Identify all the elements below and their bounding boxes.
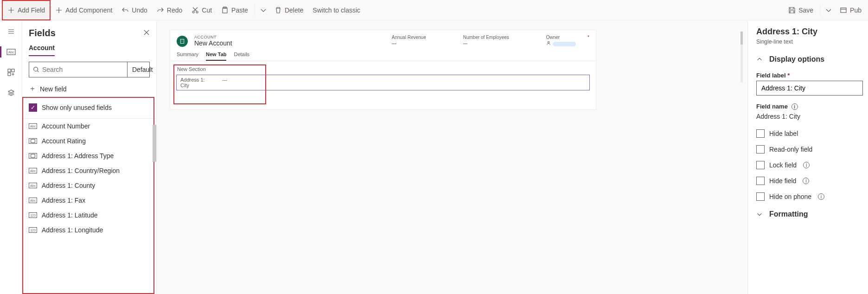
field-name-value: Address 1: City: [756, 112, 868, 126]
section-title[interactable]: New Section: [173, 64, 593, 75]
fields-list[interactable]: AbcAccount NumberAccount RatingAddress 1…: [22, 119, 156, 293]
field-value: ---: [218, 75, 231, 90]
save-dropdown[interactable]: [822, 0, 835, 20]
number-field-icon: 123: [29, 212, 37, 218]
svg-rect-13: [180, 39, 184, 44]
checkbox[interactable]: [756, 129, 765, 138]
fields-entity-tab[interactable]: Account: [29, 42, 55, 56]
separator: [820, 5, 820, 16]
form-tab[interactable]: Details: [234, 51, 249, 61]
properties-panel: Address 1: City Single-line text Display…: [747, 20, 868, 294]
sort-label: Default: [132, 66, 153, 73]
field-list-item[interactable]: 123Address 1: Latitude: [22, 208, 156, 223]
text-field-icon: Abc: [29, 168, 37, 173]
svg-point-14: [548, 41, 549, 43]
close-panel-button[interactable]: [143, 29, 150, 37]
form-tab[interactable]: New Tab: [206, 51, 226, 61]
field-list-item[interactable]: AbcAddress 1: Country/Region: [22, 163, 156, 178]
checkbox-row: Read-only field: [756, 141, 868, 157]
text-field-icon: Abc: [29, 183, 37, 188]
field-list-item[interactable]: Address 1: Address Type: [22, 148, 156, 163]
paste-button[interactable]: Paste: [217, 0, 253, 20]
add-field-label: Add Field: [18, 6, 45, 14]
form-field-row[interactable]: Address 1: City ---: [176, 75, 590, 90]
checkbox[interactable]: [756, 161, 765, 169]
rail-fields[interactable]: Abc: [4, 45, 19, 59]
rail-components[interactable]: [4, 65, 19, 80]
formatting-accordion[interactable]: Formatting: [756, 205, 868, 224]
form-canvas[interactable]: ACCOUNT New Account Annual Revenue---Num…: [157, 20, 747, 294]
checkbox-label: Lock field: [769, 161, 797, 169]
header-field-value: [546, 40, 589, 46]
add-component-button[interactable]: Add Component: [51, 0, 117, 20]
checkbox[interactable]: [756, 192, 765, 201]
field-label: Address 1: City: [177, 75, 218, 90]
prop-subtype: Single-line text: [756, 37, 868, 53]
accordion-label: Formatting: [769, 210, 808, 218]
form-tab[interactable]: Summary: [177, 51, 198, 61]
new-field-button[interactable]: ＋ New field: [22, 81, 156, 96]
field-label-label: Field label: [756, 72, 786, 79]
scrollbar-thumb[interactable]: [740, 32, 743, 45]
undo-icon: [121, 6, 129, 14]
switch-classic-button[interactable]: Switch to classic: [308, 0, 365, 20]
info-icon[interactable]: i: [818, 193, 824, 200]
svg-rect-9: [8, 73, 11, 76]
svg-rect-7: [8, 69, 11, 72]
svg-rect-11: [31, 140, 35, 143]
header-field[interactable]: Annual Revenue---: [392, 35, 426, 46]
close-icon: [143, 29, 150, 36]
field-list-label: Address 1: Fax: [42, 197, 85, 204]
add-field-button[interactable]: Add Field: [2, 0, 51, 20]
text-field-icon: Abc: [29, 123, 37, 129]
delete-button[interactable]: Delete: [270, 0, 308, 20]
new-field-label: New field: [40, 85, 67, 93]
field-list-item[interactable]: AbcAddress 1: County: [22, 178, 156, 193]
rail-hamburger[interactable]: [4, 24, 19, 39]
save-button[interactable]: Save: [784, 0, 818, 20]
cut-button[interactable]: Cut: [187, 0, 217, 20]
paste-dropdown[interactable]: [257, 0, 270, 20]
header-field-value: ---: [392, 40, 426, 46]
cut-label: Cut: [202, 6, 212, 14]
unused-checkbox[interactable]: ✓: [29, 103, 37, 112]
field-list-label: Address 1: Country/Region: [42, 167, 120, 174]
header-field[interactable]: Number of Employees---: [463, 35, 509, 46]
chevron-up-icon: [756, 56, 763, 63]
field-list-label: Account Rating: [42, 137, 86, 145]
field-list-item[interactable]: Account Rating: [22, 134, 156, 148]
display-options-accordion[interactable]: Display options: [756, 53, 868, 69]
form-card: ACCOUNT New Account Annual Revenue---Num…: [170, 30, 596, 110]
checkbox-label: Hide label: [769, 130, 798, 137]
header-field[interactable]: Owner*: [546, 35, 589, 46]
number-field-icon: 123: [29, 227, 37, 233]
header-field-value: ---: [463, 40, 509, 46]
info-icon[interactable]: i: [803, 162, 810, 168]
paste-icon: [221, 6, 229, 14]
info-icon[interactable]: i: [803, 178, 809, 184]
save-label: Save: [798, 6, 813, 14]
switch-label: Switch to classic: [313, 6, 360, 14]
header-field-label: Number of Employees: [463, 35, 509, 40]
search-input-wrap[interactable]: [29, 62, 127, 77]
field-list-item[interactable]: AbcAddress 1: Fax: [22, 193, 156, 208]
undo-button[interactable]: Undo: [117, 0, 152, 20]
svg-rect-4: [841, 8, 846, 13]
scrollbar-thumb[interactable]: [153, 125, 156, 162]
redo-button[interactable]: Redo: [152, 0, 187, 20]
form-tabs: SummaryNew TabDetails: [170, 49, 596, 61]
checkbox[interactable]: [756, 177, 765, 185]
checkbox-row: Hide on phonei: [756, 189, 868, 205]
publish-button[interactable]: Pub: [835, 0, 866, 20]
empty-row: [176, 93, 590, 103]
field-list-item[interactable]: AbcAccount Number: [22, 119, 156, 134]
paste-label: Paste: [231, 6, 248, 14]
required-marker: *: [787, 72, 790, 79]
checkbox[interactable]: [756, 145, 765, 153]
rail-tree[interactable]: [4, 85, 19, 100]
field-label-input[interactable]: [756, 81, 863, 96]
field-list-item[interactable]: 123Address 1: Longitude: [22, 223, 156, 237]
search-input[interactable]: [42, 66, 123, 73]
info-icon[interactable]: i: [791, 103, 798, 110]
separator: [255, 5, 255, 16]
